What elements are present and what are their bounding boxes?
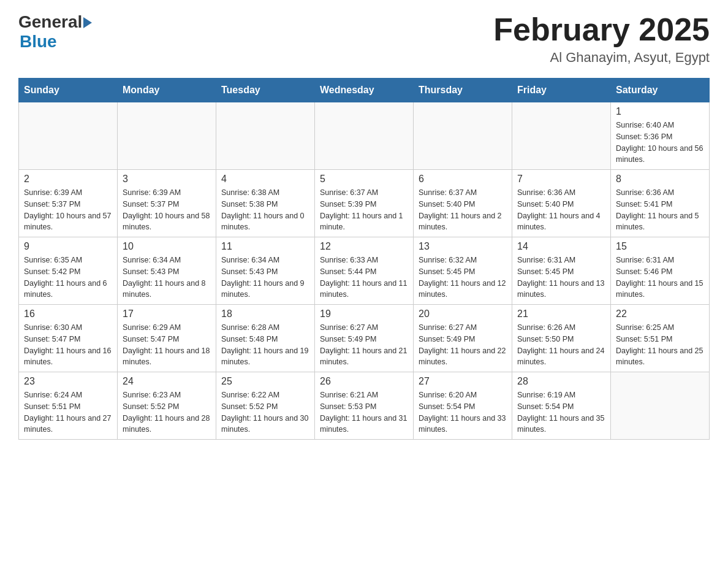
weekday-header-friday: Friday xyxy=(512,79,611,102)
day-info: Sunrise: 6:40 AMSunset: 5:36 PMDaylight:… xyxy=(616,120,704,166)
calendar-cell: 3Sunrise: 6:39 AMSunset: 5:37 PMDaylight… xyxy=(118,170,216,237)
page-header: General Blue February 2025 Al Ghanayim, … xyxy=(18,12,710,66)
day-info: Sunrise: 6:25 AMSunset: 5:51 PMDaylight:… xyxy=(616,322,704,368)
day-number: 25 xyxy=(221,376,309,387)
day-number: 27 xyxy=(419,376,507,387)
calendar-cell xyxy=(414,102,512,170)
week-row-3: 9Sunrise: 6:35 AMSunset: 5:42 PMDaylight… xyxy=(19,237,710,305)
calendar-cell: 13Sunrise: 6:32 AMSunset: 5:45 PMDayligh… xyxy=(414,237,512,305)
day-number: 11 xyxy=(221,241,309,252)
calendar-cell: 27Sunrise: 6:20 AMSunset: 5:54 PMDayligh… xyxy=(414,372,512,440)
day-info: Sunrise: 6:26 AMSunset: 5:50 PMDaylight:… xyxy=(517,322,605,368)
day-number: 17 xyxy=(123,308,211,320)
calendar-cell: 20Sunrise: 6:27 AMSunset: 5:49 PMDayligh… xyxy=(414,305,512,372)
calendar-cell: 15Sunrise: 6:31 AMSunset: 5:46 PMDayligh… xyxy=(611,237,710,305)
logo: General Blue xyxy=(18,12,92,52)
calendar-cell: 8Sunrise: 6:36 AMSunset: 5:41 PMDaylight… xyxy=(611,170,710,237)
calendar-cell: 18Sunrise: 6:28 AMSunset: 5:48 PMDayligh… xyxy=(216,305,315,372)
week-row-2: 2Sunrise: 6:39 AMSunset: 5:37 PMDaylight… xyxy=(19,170,710,237)
title-block: February 2025 Al Ghanayim, Asyut, Egypt xyxy=(493,12,710,66)
calendar-cell: 5Sunrise: 6:37 AMSunset: 5:39 PMDaylight… xyxy=(315,170,414,237)
logo-general-text: General xyxy=(18,12,82,32)
day-info: Sunrise: 6:38 AMSunset: 5:38 PMDaylight:… xyxy=(221,187,309,233)
calendar-cell: 7Sunrise: 6:36 AMSunset: 5:40 PMDaylight… xyxy=(512,170,611,237)
calendar-cell: 10Sunrise: 6:34 AMSunset: 5:43 PMDayligh… xyxy=(118,237,216,305)
day-number: 1 xyxy=(616,106,704,117)
day-info: Sunrise: 6:39 AMSunset: 5:37 PMDaylight:… xyxy=(123,187,211,233)
calendar-cell xyxy=(611,372,710,440)
day-number: 23 xyxy=(24,376,112,387)
calendar-cell: 24Sunrise: 6:23 AMSunset: 5:52 PMDayligh… xyxy=(118,372,216,440)
day-number: 22 xyxy=(616,308,704,320)
day-number: 5 xyxy=(320,174,408,185)
day-number: 10 xyxy=(123,241,211,252)
calendar-cell: 26Sunrise: 6:21 AMSunset: 5:53 PMDayligh… xyxy=(315,372,414,440)
day-number: 21 xyxy=(517,308,605,320)
day-info: Sunrise: 6:28 AMSunset: 5:48 PMDaylight:… xyxy=(221,322,309,368)
day-info: Sunrise: 6:36 AMSunset: 5:41 PMDaylight:… xyxy=(616,187,704,233)
weekday-header-tuesday: Tuesday xyxy=(216,79,315,102)
calendar-cell: 6Sunrise: 6:37 AMSunset: 5:40 PMDaylight… xyxy=(414,170,512,237)
calendar-cell: 23Sunrise: 6:24 AMSunset: 5:51 PMDayligh… xyxy=(19,372,118,440)
calendar-cell: 17Sunrise: 6:29 AMSunset: 5:47 PMDayligh… xyxy=(118,305,216,372)
calendar-title: February 2025 xyxy=(493,12,710,47)
calendar-cell: 14Sunrise: 6:31 AMSunset: 5:45 PMDayligh… xyxy=(512,237,611,305)
day-info: Sunrise: 6:36 AMSunset: 5:40 PMDaylight:… xyxy=(517,187,605,233)
week-row-1: 1Sunrise: 6:40 AMSunset: 5:36 PMDaylight… xyxy=(19,102,710,170)
weekday-header-wednesday: Wednesday xyxy=(315,79,414,102)
day-info: Sunrise: 6:27 AMSunset: 5:49 PMDaylight:… xyxy=(320,322,408,368)
day-number: 3 xyxy=(123,174,211,185)
day-info: Sunrise: 6:29 AMSunset: 5:47 PMDaylight:… xyxy=(123,322,211,368)
day-number: 12 xyxy=(320,241,408,252)
day-number: 6 xyxy=(419,174,507,185)
day-number: 19 xyxy=(320,308,408,320)
day-info: Sunrise: 6:30 AMSunset: 5:47 PMDaylight:… xyxy=(24,322,112,368)
calendar-subtitle: Al Ghanayim, Asyut, Egypt xyxy=(493,50,710,66)
week-row-5: 23Sunrise: 6:24 AMSunset: 5:51 PMDayligh… xyxy=(19,372,710,440)
day-info: Sunrise: 6:39 AMSunset: 5:37 PMDaylight:… xyxy=(24,187,112,233)
calendar-cell: 21Sunrise: 6:26 AMSunset: 5:50 PMDayligh… xyxy=(512,305,611,372)
day-number: 4 xyxy=(221,174,309,185)
calendar-cell: 12Sunrise: 6:33 AMSunset: 5:44 PMDayligh… xyxy=(315,237,414,305)
weekday-header-thursday: Thursday xyxy=(414,79,512,102)
day-number: 13 xyxy=(419,241,507,252)
day-number: 28 xyxy=(517,376,605,387)
calendar-cell xyxy=(216,102,315,170)
day-number: 18 xyxy=(221,308,309,320)
day-info: Sunrise: 6:32 AMSunset: 5:45 PMDaylight:… xyxy=(419,255,507,301)
day-number: 8 xyxy=(616,174,704,185)
calendar-cell: 22Sunrise: 6:25 AMSunset: 5:51 PMDayligh… xyxy=(611,305,710,372)
day-number: 24 xyxy=(123,376,211,387)
weekday-header-monday: Monday xyxy=(118,79,216,102)
day-number: 7 xyxy=(517,174,605,185)
calendar-header-row: SundayMondayTuesdayWednesdayThursdayFrid… xyxy=(19,79,710,102)
day-number: 9 xyxy=(24,241,112,252)
calendar-cell: 25Sunrise: 6:22 AMSunset: 5:52 PMDayligh… xyxy=(216,372,315,440)
calendar-cell xyxy=(19,102,118,170)
calendar-cell xyxy=(315,102,414,170)
weekday-header-sunday: Sunday xyxy=(19,79,118,102)
week-row-4: 16Sunrise: 6:30 AMSunset: 5:47 PMDayligh… xyxy=(19,305,710,372)
day-number: 14 xyxy=(517,241,605,252)
day-number: 20 xyxy=(419,308,507,320)
day-info: Sunrise: 6:22 AMSunset: 5:52 PMDaylight:… xyxy=(221,389,309,435)
day-number: 2 xyxy=(24,174,112,185)
day-info: Sunrise: 6:35 AMSunset: 5:42 PMDaylight:… xyxy=(24,255,112,301)
day-info: Sunrise: 6:31 AMSunset: 5:45 PMDaylight:… xyxy=(517,255,605,301)
day-number: 15 xyxy=(616,241,704,252)
calendar-cell: 11Sunrise: 6:34 AMSunset: 5:43 PMDayligh… xyxy=(216,237,315,305)
day-info: Sunrise: 6:37 AMSunset: 5:39 PMDaylight:… xyxy=(320,187,408,233)
day-info: Sunrise: 6:27 AMSunset: 5:49 PMDaylight:… xyxy=(419,322,507,368)
day-number: 16 xyxy=(24,308,112,320)
day-info: Sunrise: 6:31 AMSunset: 5:46 PMDaylight:… xyxy=(616,255,704,301)
calendar-cell xyxy=(512,102,611,170)
calendar-cell: 16Sunrise: 6:30 AMSunset: 5:47 PMDayligh… xyxy=(19,305,118,372)
day-info: Sunrise: 6:24 AMSunset: 5:51 PMDaylight:… xyxy=(24,389,112,435)
day-info: Sunrise: 6:21 AMSunset: 5:53 PMDaylight:… xyxy=(320,389,408,435)
day-info: Sunrise: 6:37 AMSunset: 5:40 PMDaylight:… xyxy=(419,187,507,233)
day-info: Sunrise: 6:34 AMSunset: 5:43 PMDaylight:… xyxy=(221,255,309,301)
calendar-cell: 4Sunrise: 6:38 AMSunset: 5:38 PMDaylight… xyxy=(216,170,315,237)
day-number: 26 xyxy=(320,376,408,387)
logo-blue-text: Blue xyxy=(20,32,57,52)
day-info: Sunrise: 6:23 AMSunset: 5:52 PMDaylight:… xyxy=(123,389,211,435)
